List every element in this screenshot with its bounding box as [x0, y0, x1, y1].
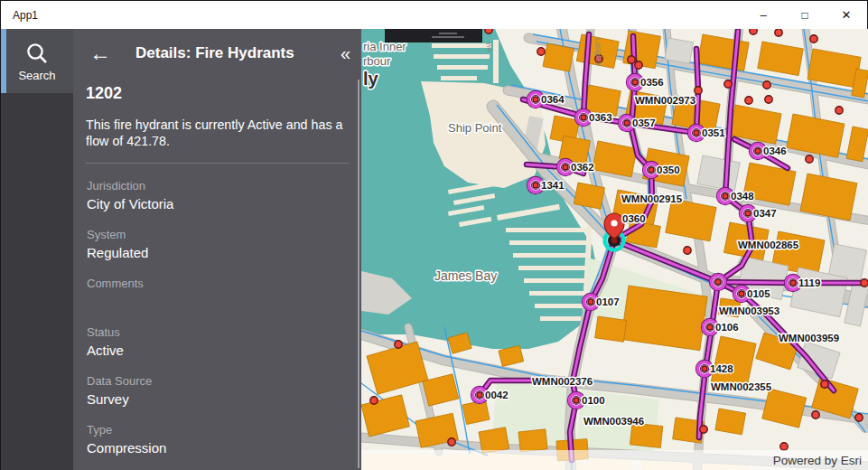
- place-label: Ship Point: [448, 121, 502, 135]
- map-overlay-handle[interactable]: [385, 29, 482, 42]
- main-label: WMN002865: [738, 240, 799, 250]
- selected-hydrant-0360[interactable]: [604, 213, 624, 250]
- field-label: Comments: [87, 277, 349, 290]
- marker-center: [477, 392, 482, 398]
- details-panel: ← Details: Fire Hydrants « 1202 This fir…: [73, 29, 361, 470]
- marker-center: [624, 120, 630, 126]
- building: [630, 423, 662, 447]
- field-value: Active: [87, 343, 349, 359]
- hydrant-point[interactable]: [745, 97, 752, 104]
- field-label: Status: [87, 325, 349, 339]
- hydrant-point[interactable]: [395, 341, 402, 348]
- pier: [434, 54, 490, 59]
- hydrant-point[interactable]: [684, 247, 691, 254]
- main-label: WMN002355: [711, 381, 772, 392]
- hydrant-point[interactable]: [724, 80, 732, 88]
- hydrant-point[interactable]: [780, 443, 788, 450]
- hydrant-label-0351: 0351: [702, 127, 725, 138]
- hydrant-point[interactable]: [806, 155, 813, 163]
- pier: [437, 65, 488, 70]
- hydrant-label-0362: 0362: [571, 162, 594, 173]
- sidebar-item-search[interactable]: Search: [1, 29, 73, 93]
- search-icon: [24, 41, 50, 66]
- hydrant-point[interactable]: [448, 438, 455, 446]
- hydrant-label-0364: 0364: [541, 94, 565, 105]
- hydrant-point[interactable]: [695, 87, 702, 94]
- hydrant-point[interactable]: [810, 35, 817, 42]
- hydrant-point[interactable]: [763, 81, 770, 89]
- junction-marker[interactable]: [710, 274, 727, 291]
- marker-center: [533, 97, 538, 102]
- marker-center: [745, 211, 751, 216]
- hydrant-point[interactable]: [485, 29, 492, 33]
- building: [715, 409, 746, 435]
- marina-dock: [529, 291, 587, 296]
- hydrant-point[interactable]: [835, 107, 843, 114]
- hydrant-point[interactable]: [821, 381, 828, 388]
- hydrant-point[interactable]: [812, 411, 819, 418]
- marina-dock: [506, 228, 587, 232]
- hydrant-label-0042: 0042: [485, 390, 509, 400]
- building: [595, 316, 627, 342]
- building: [518, 429, 547, 452]
- hydrant-point[interactable]: [775, 29, 782, 36]
- panel-scrollbar[interactable]: [358, 80, 359, 468]
- field-comments: Comments: [87, 277, 349, 310]
- panel-header: ← Details: Fire Hydrants «: [73, 29, 361, 67]
- main-label: WMN002376: [532, 376, 593, 387]
- street-label: Langley: [593, 38, 604, 68]
- building: [479, 428, 509, 454]
- attribution-text: Powered by Esri: [773, 454, 862, 467]
- main-label: WMN003953: [719, 306, 779, 316]
- field-label: Type: [87, 423, 349, 437]
- feature-description: This fire hydrant is currently Active an…: [86, 117, 350, 149]
- hydrant-point[interactable]: [537, 48, 545, 55]
- main-label: WMN003959: [779, 333, 839, 343]
- hydrant-label-0107: 0107: [596, 296, 620, 307]
- field-value: Compression: [87, 440, 349, 456]
- marker-center: [533, 183, 538, 188]
- field-label: Jurisdiction: [87, 179, 349, 193]
- field-type: TypeCompression: [87, 423, 349, 456]
- field-value: Survey: [87, 391, 349, 408]
- building: [574, 183, 604, 209]
- hydrant-point[interactable]: [700, 426, 707, 433]
- marker-center: [574, 398, 579, 403]
- collapse-panel-icon[interactable]: «: [341, 44, 350, 62]
- minimize-button[interactable]: –: [742, 1, 784, 29]
- marker-center: [715, 279, 721, 285]
- field-value: [87, 294, 349, 310]
- main-label: WMN003946: [583, 416, 644, 427]
- marker-center: [739, 291, 744, 296]
- hydrant-point[interactable]: [855, 414, 863, 421]
- marker-center: [588, 299, 593, 305]
- marina-dock: [513, 253, 587, 258]
- hydrant-label-0360: 0360: [622, 213, 646, 224]
- field-list: JurisdictionCity of VictoriaSystemRegula…: [73, 179, 361, 470]
- hydrant-point[interactable]: [861, 279, 868, 287]
- hydrant-label-1119: 1119: [798, 277, 820, 288]
- hydrant-point[interactable]: [370, 397, 378, 404]
- hydrant-label-0106: 0106: [715, 322, 739, 333]
- marina-dock: [535, 304, 587, 308]
- hydrant-point[interactable]: [765, 96, 772, 103]
- left-rail: Search: [1, 29, 73, 470]
- place-label: rbour: [363, 54, 391, 68]
- maximize-button[interactable]: □: [784, 1, 826, 29]
- app-window: App1 – □ ✕ Search ← Details: Fire Hydran…: [0, 0, 868, 470]
- building: [543, 43, 574, 71]
- building: [621, 286, 707, 351]
- hydrant-point[interactable]: [750, 29, 757, 34]
- marker-center: [563, 164, 568, 170]
- map-canvas[interactable]: 0364035603630357035103460362035013410348…: [361, 29, 868, 470]
- pier: [432, 43, 491, 48]
- marker-center: [649, 167, 654, 173]
- map-container: 0364035603630357035103460362035013410348…: [361, 29, 868, 470]
- main-label: WMN002915: [621, 193, 683, 204]
- hydrant-label-0100: 0100: [582, 395, 605, 406]
- hydrant-point[interactable]: [628, 56, 635, 63]
- hydrant-label-0347: 0347: [753, 208, 777, 219]
- back-arrow-icon[interactable]: ←: [89, 43, 111, 63]
- close-button[interactable]: ✕: [826, 1, 867, 29]
- hydrant-point[interactable]: [635, 61, 642, 69]
